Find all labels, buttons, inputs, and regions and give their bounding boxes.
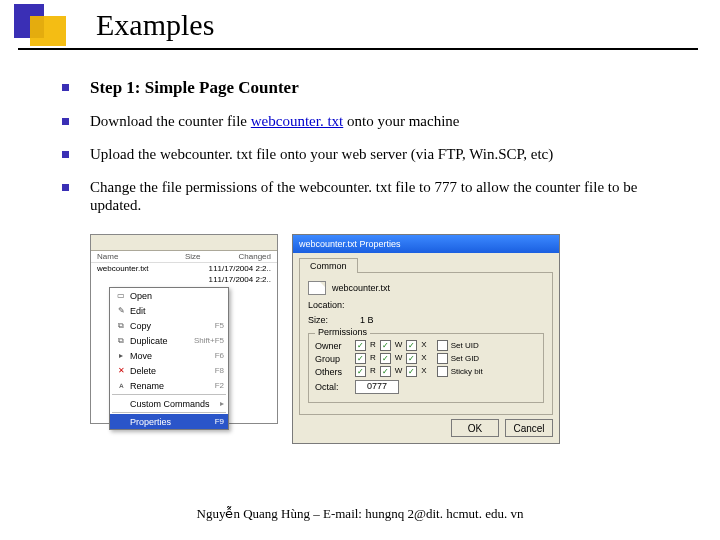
checkbox-w[interactable]: ✓: [380, 366, 391, 377]
checkbox-extra[interactable]: [437, 353, 448, 364]
menu-item-edit[interactable]: ✎Edit: [110, 303, 228, 318]
checkbox-r[interactable]: ✓: [355, 366, 366, 377]
webcounter-link[interactable]: webcounter. txt: [251, 113, 343, 129]
menu-item-delete[interactable]: ✕DeleteF8: [110, 363, 228, 378]
file-size: 1: [185, 264, 213, 273]
checkbox-x[interactable]: ✓: [406, 366, 417, 377]
perm-who: Owner: [315, 341, 355, 351]
menu-separator: [112, 394, 226, 395]
checkbox-label: X: [421, 366, 426, 377]
filename-value: webcounter.txt: [332, 283, 390, 293]
menu-item-label: Move: [128, 351, 215, 361]
title-rule: [18, 48, 698, 50]
content-area: Step 1: Simple Page Counter Download the…: [62, 78, 670, 229]
menu-item-shortcut: F9: [215, 417, 224, 426]
column-headers: Name Size Changed: [91, 251, 277, 263]
menu-item-label: Copy: [128, 321, 215, 331]
slide-title: Examples: [96, 8, 214, 42]
edit-icon: ✎: [114, 306, 128, 315]
panel-header: [91, 235, 277, 251]
menu-item-shortcut: F2: [215, 381, 224, 390]
checkbox-label: W: [395, 353, 403, 364]
checkbox-w[interactable]: ✓: [380, 353, 391, 364]
file-list-screenshot: Name Size Changed webcounter.txt 1 11/17…: [90, 234, 278, 424]
menu-item-move[interactable]: ▸MoveF6: [110, 348, 228, 363]
checkbox-w[interactable]: ✓: [380, 340, 391, 351]
checkbox-r[interactable]: ✓: [355, 340, 366, 351]
menu-item-label: Properties: [128, 417, 215, 427]
menu-item-copy[interactable]: ⧉CopyF5: [110, 318, 228, 333]
move-icon: ▸: [114, 351, 128, 360]
perm-checks: ✓R✓W✓X: [355, 366, 427, 377]
bullet-text: Download the counter file webcounter. tx…: [90, 112, 670, 131]
ok-button[interactable]: OK: [451, 419, 499, 437]
menu-item-shortcut: F6: [215, 351, 224, 360]
bullet-text: Change the file permissions of the webco…: [90, 178, 670, 216]
menu-item-rename[interactable]: ᴀRenameF2: [110, 378, 228, 393]
menu-item-label: Custom Commands: [128, 399, 220, 409]
menu-item-label: Duplicate: [128, 336, 194, 346]
permissions-group: Permissions Owner✓R✓W✓XSet UIDGroup✓R✓W✓…: [308, 333, 544, 403]
bullet-chmod: Change the file permissions of the webco…: [62, 178, 670, 216]
size-value: 1 B: [360, 315, 374, 325]
menu-item-properties[interactable]: PropertiesF9: [110, 414, 228, 429]
square-bullet-icon: [62, 151, 69, 158]
square-bullet-icon: [62, 84, 69, 91]
menu-item-open[interactable]: ▭Open: [110, 288, 228, 303]
perm-extra: Set UID: [437, 340, 479, 351]
duplicate-icon: ⧉: [114, 336, 128, 346]
checkbox-label: R: [370, 353, 376, 364]
permissions-legend: Permissions: [315, 327, 370, 337]
dialog-titlebar: webcounter.txt Properties: [293, 235, 559, 253]
perm-extra-label: Set UID: [451, 341, 479, 350]
file-row[interactable]: 1 11/17/2004 2:2..: [91, 274, 277, 285]
perm-extra-label: Sticky bit: [451, 367, 483, 376]
dialog-buttons: OK Cancel: [299, 419, 553, 437]
menu-item-label: Open: [128, 291, 224, 301]
bullet-upload: Upload the webcounter. txt file onto you…: [62, 145, 670, 164]
perm-who: Others: [315, 367, 355, 377]
menu-item-label: Delete: [128, 366, 215, 376]
text-post: onto your machine: [343, 113, 459, 129]
menu-item-shortcut: F5: [215, 321, 224, 330]
file-icon: [308, 281, 326, 295]
rename-icon: ᴀ: [114, 381, 128, 390]
perm-who: Group: [315, 354, 355, 364]
checkbox-x[interactable]: ✓: [406, 353, 417, 364]
perm-checks: ✓R✓W✓X: [355, 340, 427, 351]
checkbox-x[interactable]: ✓: [406, 340, 417, 351]
bullet-text: Upload the webcounter. txt file onto you…: [90, 145, 670, 164]
menu-item-shortcut: F8: [215, 366, 224, 375]
checkbox-label: X: [421, 340, 426, 351]
context-menu: ▭Open✎Edit⧉CopyF5⧉DuplicateShift+F5▸Move…: [109, 287, 229, 430]
menu-item-label: Rename: [128, 381, 215, 391]
dialog-pane: webcounter.txt Location: Size:1 B Permis…: [299, 272, 553, 415]
octal-label: Octal:: [315, 382, 355, 392]
menu-item-duplicate[interactable]: ⧉DuplicateShift+F5: [110, 333, 228, 348]
file-name: webcounter.txt: [97, 264, 185, 273]
text-pre: Download the counter file: [90, 113, 251, 129]
square-bullet-icon: [62, 184, 69, 191]
perm-extra: Sticky bit: [437, 366, 483, 377]
checkbox-label: W: [395, 366, 403, 377]
perm-extra: Set GID: [437, 353, 479, 364]
menu-item-custom-commands[interactable]: Custom Commands▸: [110, 396, 228, 411]
checkbox-extra[interactable]: [437, 340, 448, 351]
file-row[interactable]: webcounter.txt 1 11/17/2004 2:2..: [91, 263, 277, 274]
tab-common[interactable]: Common: [299, 258, 358, 273]
checkbox-extra[interactable]: [437, 366, 448, 377]
checkbox-r[interactable]: ✓: [355, 353, 366, 364]
menu-item-shortcut: ▸: [220, 399, 224, 408]
cancel-button[interactable]: Cancel: [505, 419, 553, 437]
properties-dialog: webcounter.txt Properties Common webcoun…: [292, 234, 560, 444]
perm-row-group: Group✓R✓W✓XSet GID: [315, 353, 537, 364]
step-heading: Step 1: Simple Page Counter: [90, 78, 670, 98]
perm-row-others: Others✓R✓W✓XSticky bit: [315, 366, 537, 377]
delete-icon: ✕: [114, 366, 128, 375]
file-name: [97, 275, 185, 284]
corner-accent: [0, 0, 72, 48]
octal-field[interactable]: 0777: [355, 380, 399, 394]
perm-row-owner: Owner✓R✓W✓XSet UID: [315, 340, 537, 351]
checkbox-label: R: [370, 340, 376, 351]
file-changed: 11/17/2004 2:2..: [213, 275, 271, 284]
